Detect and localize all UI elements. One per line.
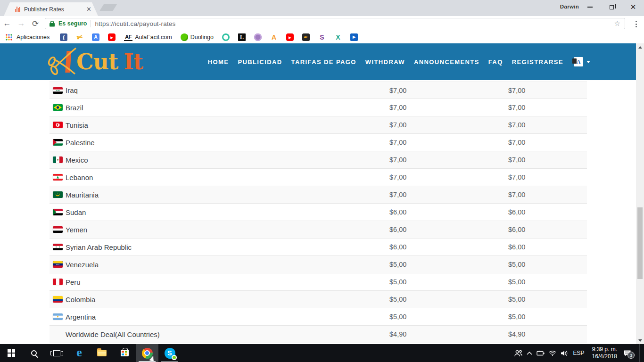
table-row: Brazil$7,00$7,00 [50,99,587,116]
mouse-cursor [149,355,156,362]
omnibox-divider [91,20,91,27]
flag-icon-ve [53,261,63,268]
taskbar-search-button[interactable] [23,344,45,362]
clock[interactable]: 9:39 p. m. 16/4/2018 [590,346,619,360]
duolingo-icon [181,33,188,41]
rate-value-1: $4,90 [389,330,508,338]
bookmark-item[interactable]: ▶ [105,33,118,42]
rate-value-1: $6,00 [389,208,508,216]
reload-button[interactable]: ⟳ [28,19,42,29]
nav-item-publicidad[interactable]: PUBLICIDAD [238,58,282,66]
nav-item-announcements[interactable]: ANNOUNCEMENTS [414,58,479,66]
nav-item-faq[interactable]: FAQ [488,58,503,66]
site-logo[interactable]: Cut It [48,47,143,77]
flag-icon-mx [53,156,63,163]
site-nav-links: HOMEPUBLICIDADTARIFAS DE PAGOWITHDRAWANN… [208,58,563,66]
country-name: Worldwide Deal(All Countries) [66,330,160,338]
security-label[interactable]: Es seguro [58,20,87,27]
country-name: Tunisia [66,121,88,129]
bookmark-item[interactable]: L [235,33,248,42]
bookmark-item[interactable]: A [89,33,102,42]
bookmark-item[interactable] [219,33,232,42]
url-text[interactable]: https://icutit.ca/payout-rates [95,20,610,27]
address-bar[interactable]: Es seguro https://icutit.ca/payout-rates… [45,18,625,29]
rate-value-2: $7,00 [508,191,587,198]
skype-icon: S [165,348,175,359]
bookmarks-bar: Aplicaciones f✄A▶AFAulaFacil.comDuolingo… [0,31,644,43]
rate-value-2: $5,00 [508,296,587,303]
apps-grid-icon[interactable] [6,34,12,41]
rate-value-2: $7,00 [508,156,587,164]
battery-icon[interactable] [537,351,545,356]
forward-button[interactable]: → [14,19,28,28]
table-row: Palestine$7,00$7,00 [50,134,587,151]
volume-icon[interactable] [561,350,568,356]
page-content: Iraq$7,00$7,00Brazil$7,00$7,00Tunisia$7,… [0,80,636,344]
nav-item-home[interactable]: HOME [208,58,229,66]
logo-text-it: It [124,49,143,74]
bookmark-item[interactable]: A [267,33,281,42]
table-row: Yemen$6,00$6,00 [50,221,587,239]
country-name: Peru [66,278,81,286]
rate-value-1: $5,00 [389,278,508,286]
bookmark-item[interactable]: ▶ [347,33,361,42]
flag-icon-ps [53,139,63,146]
language-switcher[interactable]: A [574,57,590,66]
store-bag-icon [121,350,129,356]
bookmark-item[interactable]: Duolingo [178,33,216,42]
start-button[interactable] [0,344,23,362]
notification-badge: 3 [627,352,635,359]
bookmark-item[interactable] [251,33,264,42]
table-row: Syrian Arab Republic$6,00$6,00 [50,239,587,256]
edge-button[interactable]: e [68,344,91,362]
profile-name: Darwin [560,4,579,9]
skype-button[interactable]: S [158,344,181,362]
folder-icon [97,350,107,356]
screen: Publisher Rates ✕ Darwin ✕ ← → ⟳ Es segu… [0,0,644,362]
task-view-button[interactable] [45,344,68,362]
page-scrollbar[interactable] [636,43,644,344]
restore-button[interactable] [601,0,622,14]
language-indicator[interactable]: ESP [572,350,586,356]
nav-item-tarifas-de-pago[interactable]: TARIFAS DE PAGO [291,58,356,66]
tab-close-icon[interactable]: ✕ [86,6,91,12]
people-icon[interactable] [514,350,522,357]
bookmark-item[interactable]: f [57,33,70,42]
country-name: Brazil [66,104,83,112]
scroll-down-arrow[interactable] [636,337,644,344]
bookmark-item[interactable]: AFAulaFacil.com [121,33,175,42]
window-controls: ✕ [579,0,644,14]
browser-menu-icon[interactable] [632,20,640,28]
action-center-icon[interactable]: 3 [623,350,631,357]
scrollbar-thumb[interactable] [637,207,643,279]
show-desktop-button[interactable] [639,344,641,362]
rate-value-2: $4,90 [508,330,587,338]
flag-icon-lb [53,174,63,181]
store-button[interactable] [113,344,136,362]
bookmark-item[interactable]: X [331,33,345,42]
country-name: Yemen [66,226,87,234]
close-button[interactable]: ✕ [622,0,644,14]
bookmark-item[interactable]: S [315,33,329,42]
bookmark-item[interactable]: ✄ [73,33,86,42]
minimize-button[interactable] [579,0,601,14]
rate-value-2: $7,00 [508,104,587,111]
rate-value-1: $6,00 [389,243,508,251]
bookmark-item[interactable]: ▶ [283,33,297,42]
rate-value-1: $7,00 [389,173,508,181]
rate-value-1: $5,00 [389,261,508,268]
scroll-up-arrow[interactable] [636,43,644,51]
nav-item-registrarse[interactable]: REGISTRARSE [512,58,563,66]
bookmark-item[interactable]: AF [299,33,313,42]
file-explorer-button[interactable] [91,344,113,362]
back-button[interactable]: ← [0,19,14,28]
country-name: Mauritania [66,191,99,199]
tray-chevron-icon[interactable] [527,352,532,355]
new-tab-button[interactable] [99,4,117,11]
browser-tab[interactable]: Publisher Rates ✕ [4,2,98,16]
chrome-button[interactable] [136,344,158,362]
wifi-icon[interactable] [549,350,556,356]
apps-label[interactable]: Aplicaciones [17,34,50,41]
bookmark-star-icon[interactable]: ☆ [614,19,620,28]
nav-item-withdraw[interactable]: WITHDRAW [365,58,405,66]
